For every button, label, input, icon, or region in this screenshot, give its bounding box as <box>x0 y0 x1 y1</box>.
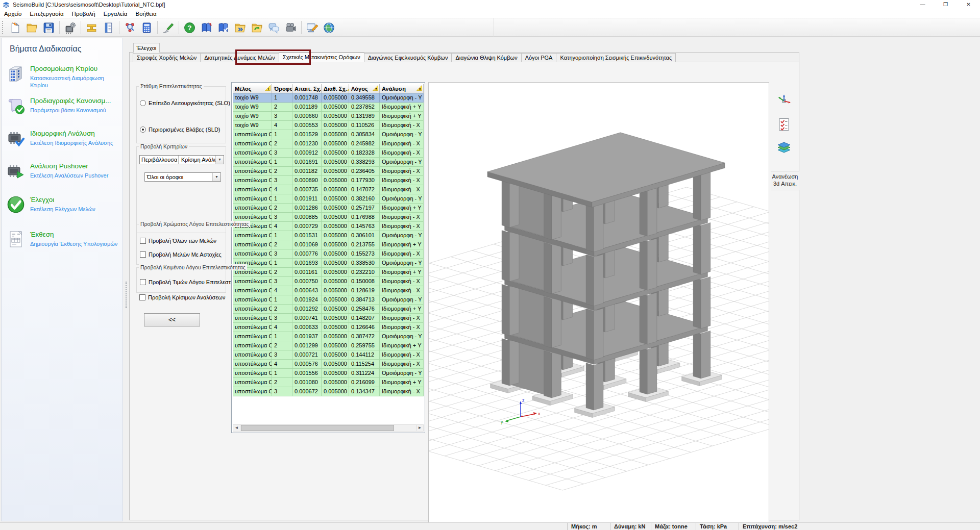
viewport-3d[interactable]: xyz <box>428 82 769 530</box>
menu-item-2[interactable]: Προβολή <box>68 9 100 18</box>
table-row[interactable]: υποστύλωμα C340.0007290.0050000.145763Ιδ… <box>233 222 424 231</box>
updates-folder-button[interactable] <box>249 20 265 36</box>
sections-button[interactable] <box>84 20 100 36</box>
table-horizontal-scrollbar[interactable]: ◄ ► <box>233 424 424 432</box>
subtab-2[interactable]: Σχετικές Μετακινήσεις Ορόφων <box>279 53 364 62</box>
table-row[interactable]: υποστύλωμα C330.0008850.0050000.176988Ιδ… <box>233 213 424 222</box>
radio-sld[interactable]: Περιορισμένες Βλάβες (SLD) <box>140 127 220 133</box>
forum-button[interactable] <box>266 20 282 36</box>
table-row[interactable]: τοιχίο W940.0005530.0050000.110526Ιδιομο… <box>233 121 424 130</box>
table-row[interactable]: υποστύλωμα C540.0006430.0050000.128619Ιδ… <box>233 286 424 295</box>
column-header-2[interactable]: Απαιτ. Σχ.3 <box>292 84 322 93</box>
toolbar-grip[interactable] <box>2 21 5 34</box>
checkbox-box[interactable] <box>140 279 146 285</box>
subtab-4[interactable]: Διαγώνια Θλιψη Κόμβων <box>451 53 521 62</box>
table-row[interactable]: υποστύλωμα C730.0007210.0050000.144112Ιδ… <box>233 350 424 360</box>
checkbox-box[interactable] <box>139 294 145 300</box>
open-project-button[interactable] <box>24 20 40 36</box>
checkbox-box[interactable] <box>140 238 146 244</box>
storeys-combo[interactable]: Όλοι οι όροφοι ▼ <box>144 172 221 182</box>
radio-slo[interactable]: Επίπεδο Λειτουργικότητας (SLO) <box>140 100 230 106</box>
checks-list-button[interactable] <box>775 116 793 134</box>
menu-item-4[interactable]: Βοήθεια <box>131 9 160 18</box>
table-row[interactable]: υποστύλωμα C710.0019370.0050000.387472Ομ… <box>233 332 424 341</box>
close-button[interactable]: ✕ <box>957 0 980 9</box>
table-row[interactable]: τοιχίο W920.0011890.0050000.237852Ιδιομο… <box>233 103 424 112</box>
checkbox-show-failed-members[interactable]: Προβολή Μελών Με Αστοχίες <box>140 251 222 258</box>
checkbox-box[interactable] <box>140 251 146 258</box>
sidebar-splitter[interactable] <box>124 38 129 521</box>
table-row[interactable]: υποστύλωμα C620.0012920.0050000.258476Ιδ… <box>233 305 424 314</box>
chevron-down-icon[interactable]: ▼ <box>212 173 220 181</box>
chevron-down-icon[interactable]: ▼ <box>215 156 224 164</box>
table-row[interactable]: υποστύλωμα C830.0006720.0050000.134347Ιδ… <box>233 387 424 396</box>
column-header-0[interactable]: Μέλος1 <box>233 84 272 93</box>
collapse-panel-button[interactable]: << <box>144 313 200 326</box>
column-header-3[interactable]: Διαθ. Σχ.4 <box>322 84 349 93</box>
table-row[interactable]: υποστύλωμα C310.0019110.0050000.382160Ομ… <box>233 194 424 204</box>
model-viewer-button[interactable] <box>122 20 138 36</box>
subtab-3[interactable]: Διαγώνιος Εφελκυσμός Κόμβων <box>364 53 452 62</box>
table-row[interactable]: τοιχίο W910.0017480.0050000.349558Ομοιόμ… <box>233 93 424 103</box>
subtab-0[interactable]: Στροφές Χορδής Μελών <box>133 53 201 62</box>
checkbox-show-all-members[interactable]: Προβολή Όλων των Μελών <box>140 238 216 244</box>
subtab-1[interactable]: Διατμητικές Δυνάμεις Μελών <box>200 53 279 62</box>
calculator-button[interactable] <box>139 20 155 36</box>
table-row[interactable]: υποστύλωμα C220.0011820.0050000.236405Ιδ… <box>233 167 424 176</box>
table-row[interactable]: υποστύλωμα C430.0007760.0050000.155273Ιδ… <box>233 249 424 259</box>
examples-folder-button[interactable] <box>232 20 248 36</box>
table-row[interactable]: υποστύλωμα C720.0012990.0050000.259755Ιδ… <box>233 341 424 350</box>
sidebar-step-3[interactable]: Ανάλυση PushoverΕκτέλεση Αναλύσεων Pusho… <box>2 161 122 191</box>
table-row[interactable]: υποστύλωμα C640.0006330.0050000.126646Ιδ… <box>233 323 424 332</box>
subtab-6[interactable]: Κατηγοριοποίηση Σεισμικής Επικινδυνότητα… <box>556 53 676 62</box>
report-button[interactable] <box>101 20 116 36</box>
column-header-1[interactable]: Όροφο2 <box>272 84 292 93</box>
videos-button[interactable] <box>283 20 299 36</box>
minimize-button[interactable]: — <box>911 0 934 9</box>
scroll-left-icon[interactable]: ◄ <box>233 425 240 431</box>
manual-book-button[interactable] <box>215 20 231 36</box>
table-row[interactable]: υποστύλωμα C210.0016910.0050000.338293Ομ… <box>233 158 424 167</box>
paintbrush-button[interactable] <box>160 20 176 36</box>
column-header-5[interactable]: Ανάλυση6 <box>380 84 424 93</box>
table-row[interactable]: υποστύλωμα C740.0005760.0050000.115254Ιδ… <box>233 360 424 369</box>
table-row[interactable]: υποστύλωμα C510.0016930.0050000.338530Ομ… <box>233 259 424 268</box>
scrollbar-thumb[interactable] <box>241 425 394 431</box>
table-row[interactable]: υποστύλωμα C410.0015310.0050000.306101Ομ… <box>233 231 424 240</box>
column-header-4[interactable]: Λόγος5 <box>349 84 380 93</box>
checkbox-show-critical-analyses[interactable]: Προβολή Κρίσιμων Αναλύσεων <box>139 294 225 300</box>
radio-circle[interactable] <box>140 100 146 106</box>
table-row[interactable]: υποστύλωμα C130.0009120.0050000.182328Ιδ… <box>233 148 424 158</box>
table-row[interactable]: υποστύλωμα C610.0019240.0050000.384713Ομ… <box>233 295 424 305</box>
layers-button[interactable] <box>775 139 793 158</box>
tutorial-book-button[interactable] <box>199 20 214 36</box>
table-row[interactable]: υποστύλωμα C120.0012300.0050000.245982Ιδ… <box>233 139 424 148</box>
website-globe-button[interactable] <box>321 20 337 36</box>
remote-support-button[interactable] <box>304 20 320 36</box>
table-row[interactable]: υποστύλωμα C230.0008900.0050000.177930Ιδ… <box>233 176 424 185</box>
table-row[interactable]: υποστύλωμα C820.0010800.0050000.216099Ιδ… <box>233 378 424 387</box>
sidebar-step-0[interactable]: Προσομοίωση ΚτιρίουΚατασκευαστική Διαμόρ… <box>2 64 122 93</box>
table-row[interactable]: υποστύλωμα C520.0011610.0050000.232210Ιδ… <box>233 268 424 277</box>
table-row[interactable]: υποστύλωμα C630.0007410.0050000.148207Ιδ… <box>233 314 424 323</box>
sidebar-step-1[interactable]: Προδιαγραφές Κανονισμ...Παράμετροι βάσει… <box>2 96 122 125</box>
new-file-button[interactable] <box>7 20 23 36</box>
menu-item-0[interactable]: Αρχείο <box>0 9 26 18</box>
table-row[interactable]: τοιχίο W930.0006600.0050000.131989Ιδιομο… <box>233 112 424 121</box>
sidebar-step-5[interactable]: ΈκθεσηΔημιουργία Έκθεσης Υπολογισμών <box>2 230 122 259</box>
envelope-analysis-combo[interactable]: Περιβάλλουσα Κρίσιμη Ανάλυση ▼ <box>139 155 224 164</box>
tab-checks[interactable]: Έλεγχοι <box>133 43 160 53</box>
menu-item-1[interactable]: Επεξεργασία <box>26 9 67 18</box>
table-row[interactable]: υποστύλωμα C530.0007500.0050000.150008Ιδ… <box>233 277 424 286</box>
processor-settings-button[interactable] <box>62 20 78 36</box>
orientation-axes-button[interactable] <box>775 92 793 111</box>
table-row[interactable]: υποστύλωμα C240.0007350.0050000.147072Ιδ… <box>233 185 424 194</box>
radio-circle[interactable] <box>140 127 146 133</box>
table-row[interactable]: υποστύλωμα C810.0015560.0050000.311224Ομ… <box>233 369 424 378</box>
sidebar-step-4[interactable]: ΈλεγχοιΕκτέλεση Ελέγχων Μελών <box>2 195 122 224</box>
table-row[interactable]: υποστύλωμα C110.0015290.0050000.305834Ομ… <box>233 130 424 139</box>
maximize-button[interactable]: ❐ <box>934 0 957 9</box>
scroll-right-icon[interactable]: ► <box>416 425 423 431</box>
subtab-5[interactable]: Λόγοι PGA <box>521 53 557 62</box>
menu-item-3[interactable]: Εργαλεία <box>100 9 132 18</box>
